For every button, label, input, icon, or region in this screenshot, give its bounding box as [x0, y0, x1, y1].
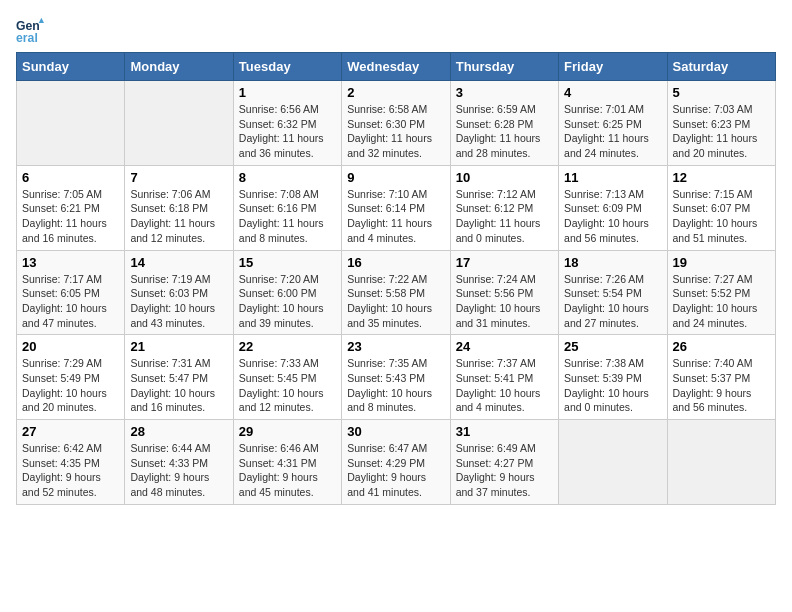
- day-number: 23: [347, 339, 444, 354]
- calendar-week-row: 13Sunrise: 7:17 AM Sunset: 6:05 PM Dayli…: [17, 250, 776, 335]
- day-number: 29: [239, 424, 336, 439]
- day-number: 14: [130, 255, 227, 270]
- calendar-cell: [125, 81, 233, 166]
- calendar-cell: 26Sunrise: 7:40 AM Sunset: 5:37 PM Dayli…: [667, 335, 775, 420]
- day-detail: Sunrise: 7:08 AM Sunset: 6:16 PM Dayligh…: [239, 187, 336, 246]
- day-detail: Sunrise: 6:59 AM Sunset: 6:28 PM Dayligh…: [456, 102, 553, 161]
- day-number: 28: [130, 424, 227, 439]
- day-detail: Sunrise: 7:27 AM Sunset: 5:52 PM Dayligh…: [673, 272, 770, 331]
- day-detail: Sunrise: 6:49 AM Sunset: 4:27 PM Dayligh…: [456, 441, 553, 500]
- day-detail: Sunrise: 7:13 AM Sunset: 6:09 PM Dayligh…: [564, 187, 661, 246]
- calendar-week-row: 20Sunrise: 7:29 AM Sunset: 5:49 PM Dayli…: [17, 335, 776, 420]
- day-detail: Sunrise: 7:06 AM Sunset: 6:18 PM Dayligh…: [130, 187, 227, 246]
- calendar-cell: 6Sunrise: 7:05 AM Sunset: 6:21 PM Daylig…: [17, 165, 125, 250]
- day-number: 1: [239, 85, 336, 100]
- day-number: 2: [347, 85, 444, 100]
- header-row: SundayMondayTuesdayWednesdayThursdayFrid…: [17, 53, 776, 81]
- logo: Gen eral: [16, 16, 48, 44]
- calendar-cell: 24Sunrise: 7:37 AM Sunset: 5:41 PM Dayli…: [450, 335, 558, 420]
- calendar-cell: 31Sunrise: 6:49 AM Sunset: 4:27 PM Dayli…: [450, 420, 558, 505]
- calendar-cell: 12Sunrise: 7:15 AM Sunset: 6:07 PM Dayli…: [667, 165, 775, 250]
- calendar-cell: 4Sunrise: 7:01 AM Sunset: 6:25 PM Daylig…: [559, 81, 667, 166]
- calendar-cell: 29Sunrise: 6:46 AM Sunset: 4:31 PM Dayli…: [233, 420, 341, 505]
- calendar-cell: [17, 81, 125, 166]
- day-number: 11: [564, 170, 661, 185]
- day-number: 25: [564, 339, 661, 354]
- day-detail: Sunrise: 7:17 AM Sunset: 6:05 PM Dayligh…: [22, 272, 119, 331]
- calendar-cell: 15Sunrise: 7:20 AM Sunset: 6:00 PM Dayli…: [233, 250, 341, 335]
- day-detail: Sunrise: 7:29 AM Sunset: 5:49 PM Dayligh…: [22, 356, 119, 415]
- day-detail: Sunrise: 6:44 AM Sunset: 4:33 PM Dayligh…: [130, 441, 227, 500]
- calendar-week-row: 27Sunrise: 6:42 AM Sunset: 4:35 PM Dayli…: [17, 420, 776, 505]
- day-detail: Sunrise: 7:20 AM Sunset: 6:00 PM Dayligh…: [239, 272, 336, 331]
- day-detail: Sunrise: 6:46 AM Sunset: 4:31 PM Dayligh…: [239, 441, 336, 500]
- weekday-header: Friday: [559, 53, 667, 81]
- weekday-header: Sunday: [17, 53, 125, 81]
- weekday-header: Thursday: [450, 53, 558, 81]
- day-detail: Sunrise: 7:03 AM Sunset: 6:23 PM Dayligh…: [673, 102, 770, 161]
- calendar-week-row: 6Sunrise: 7:05 AM Sunset: 6:21 PM Daylig…: [17, 165, 776, 250]
- calendar-cell: 5Sunrise: 7:03 AM Sunset: 6:23 PM Daylig…: [667, 81, 775, 166]
- calendar-cell: 1Sunrise: 6:56 AM Sunset: 6:32 PM Daylig…: [233, 81, 341, 166]
- page-header: Gen eral: [16, 16, 776, 44]
- day-number: 15: [239, 255, 336, 270]
- day-number: 19: [673, 255, 770, 270]
- day-number: 24: [456, 339, 553, 354]
- day-detail: Sunrise: 7:38 AM Sunset: 5:39 PM Dayligh…: [564, 356, 661, 415]
- calendar-cell: 21Sunrise: 7:31 AM Sunset: 5:47 PM Dayli…: [125, 335, 233, 420]
- calendar-cell: 3Sunrise: 6:59 AM Sunset: 6:28 PM Daylig…: [450, 81, 558, 166]
- calendar-cell: 7Sunrise: 7:06 AM Sunset: 6:18 PM Daylig…: [125, 165, 233, 250]
- weekday-header: Wednesday: [342, 53, 450, 81]
- calendar-cell: 10Sunrise: 7:12 AM Sunset: 6:12 PM Dayli…: [450, 165, 558, 250]
- day-number: 6: [22, 170, 119, 185]
- calendar-cell: 19Sunrise: 7:27 AM Sunset: 5:52 PM Dayli…: [667, 250, 775, 335]
- weekday-header: Monday: [125, 53, 233, 81]
- calendar-cell: 28Sunrise: 6:44 AM Sunset: 4:33 PM Dayli…: [125, 420, 233, 505]
- day-detail: Sunrise: 6:42 AM Sunset: 4:35 PM Dayligh…: [22, 441, 119, 500]
- calendar-cell: 14Sunrise: 7:19 AM Sunset: 6:03 PM Dayli…: [125, 250, 233, 335]
- calendar-cell: 13Sunrise: 7:17 AM Sunset: 6:05 PM Dayli…: [17, 250, 125, 335]
- calendar-cell: 8Sunrise: 7:08 AM Sunset: 6:16 PM Daylig…: [233, 165, 341, 250]
- day-number: 17: [456, 255, 553, 270]
- weekday-header: Tuesday: [233, 53, 341, 81]
- day-detail: Sunrise: 7:40 AM Sunset: 5:37 PM Dayligh…: [673, 356, 770, 415]
- calendar-cell: 9Sunrise: 7:10 AM Sunset: 6:14 PM Daylig…: [342, 165, 450, 250]
- weekday-header: Saturday: [667, 53, 775, 81]
- calendar-cell: 2Sunrise: 6:58 AM Sunset: 6:30 PM Daylig…: [342, 81, 450, 166]
- calendar-week-row: 1Sunrise: 6:56 AM Sunset: 6:32 PM Daylig…: [17, 81, 776, 166]
- day-detail: Sunrise: 7:31 AM Sunset: 5:47 PM Dayligh…: [130, 356, 227, 415]
- day-number: 8: [239, 170, 336, 185]
- calendar-cell: 27Sunrise: 6:42 AM Sunset: 4:35 PM Dayli…: [17, 420, 125, 505]
- calendar-table: SundayMondayTuesdayWednesdayThursdayFrid…: [16, 52, 776, 505]
- day-number: 30: [347, 424, 444, 439]
- day-detail: Sunrise: 7:37 AM Sunset: 5:41 PM Dayligh…: [456, 356, 553, 415]
- day-number: 26: [673, 339, 770, 354]
- calendar-cell: 16Sunrise: 7:22 AM Sunset: 5:58 PM Dayli…: [342, 250, 450, 335]
- calendar-cell: 18Sunrise: 7:26 AM Sunset: 5:54 PM Dayli…: [559, 250, 667, 335]
- calendar-cell: [559, 420, 667, 505]
- day-detail: Sunrise: 7:24 AM Sunset: 5:56 PM Dayligh…: [456, 272, 553, 331]
- day-detail: Sunrise: 7:15 AM Sunset: 6:07 PM Dayligh…: [673, 187, 770, 246]
- day-number: 3: [456, 85, 553, 100]
- day-detail: Sunrise: 7:35 AM Sunset: 5:43 PM Dayligh…: [347, 356, 444, 415]
- day-number: 13: [22, 255, 119, 270]
- day-number: 4: [564, 85, 661, 100]
- day-detail: Sunrise: 7:01 AM Sunset: 6:25 PM Dayligh…: [564, 102, 661, 161]
- calendar-cell: 22Sunrise: 7:33 AM Sunset: 5:45 PM Dayli…: [233, 335, 341, 420]
- day-number: 16: [347, 255, 444, 270]
- day-detail: Sunrise: 7:19 AM Sunset: 6:03 PM Dayligh…: [130, 272, 227, 331]
- day-detail: Sunrise: 7:05 AM Sunset: 6:21 PM Dayligh…: [22, 187, 119, 246]
- day-number: 10: [456, 170, 553, 185]
- day-number: 18: [564, 255, 661, 270]
- logo-icon: Gen eral: [16, 16, 44, 44]
- day-number: 22: [239, 339, 336, 354]
- day-number: 7: [130, 170, 227, 185]
- day-detail: Sunrise: 7:10 AM Sunset: 6:14 PM Dayligh…: [347, 187, 444, 246]
- day-number: 27: [22, 424, 119, 439]
- calendar-cell: 30Sunrise: 6:47 AM Sunset: 4:29 PM Dayli…: [342, 420, 450, 505]
- day-number: 12: [673, 170, 770, 185]
- day-detail: Sunrise: 7:12 AM Sunset: 6:12 PM Dayligh…: [456, 187, 553, 246]
- calendar-cell: 23Sunrise: 7:35 AM Sunset: 5:43 PM Dayli…: [342, 335, 450, 420]
- day-number: 31: [456, 424, 553, 439]
- svg-text:eral: eral: [16, 31, 38, 44]
